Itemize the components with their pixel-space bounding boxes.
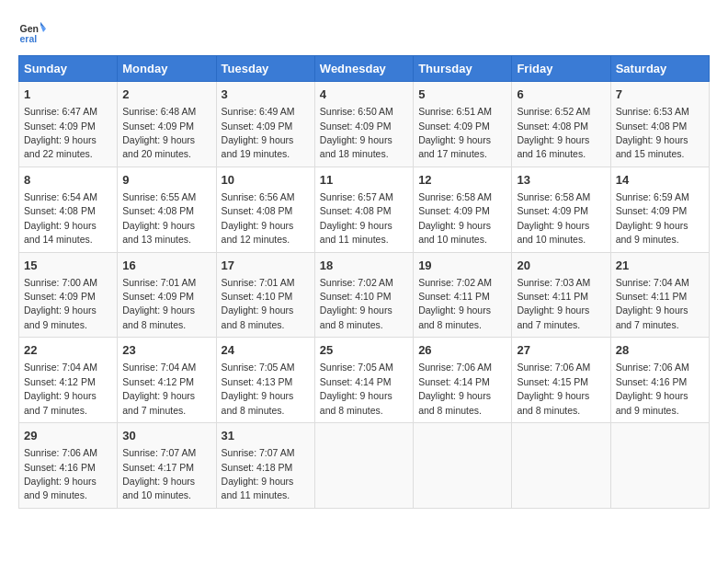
calendar-day: 10 Sunrise: 6:56 AMSunset: 4:08 PMDaylig… <box>216 167 314 252</box>
day-header-friday: Friday <box>512 56 610 82</box>
calendar-day <box>314 423 413 509</box>
day-info: Sunrise: 7:06 AMSunset: 4:15 PMDaylight:… <box>517 362 590 415</box>
day-number: 3 <box>222 86 310 103</box>
day-header-saturday: Saturday <box>610 56 709 82</box>
calendar-week-5: 29 Sunrise: 7:06 AMSunset: 4:16 PMDaylig… <box>19 423 710 509</box>
calendar-day <box>512 423 610 509</box>
day-header-wednesday: Wednesday <box>314 56 413 82</box>
day-number: 24 <box>222 342 310 359</box>
day-info: Sunrise: 6:56 AMSunset: 4:08 PMDaylight:… <box>222 191 295 245</box>
day-number: 18 <box>320 258 408 274</box>
day-info: Sunrise: 6:52 AMSunset: 4:08 PMDaylight:… <box>517 106 590 159</box>
day-number: 27 <box>517 342 605 359</box>
calendar-day: 16 Sunrise: 7:01 AMSunset: 4:09 PMDaylig… <box>118 252 216 338</box>
day-number: 7 <box>616 86 704 103</box>
calendar-day: 26 Sunrise: 7:06 AMSunset: 4:14 PMDaylig… <box>414 338 512 423</box>
calendar-day: 8 Sunrise: 6:54 AMSunset: 4:08 PMDayligh… <box>19 167 118 252</box>
calendar-week-1: 1 Sunrise: 6:47 AMSunset: 4:09 PMDayligh… <box>19 82 710 167</box>
day-number: 2 <box>122 86 210 103</box>
day-info: Sunrise: 7:07 AMSunset: 4:18 PMDaylight:… <box>222 447 295 500</box>
calendar-day: 17 Sunrise: 7:01 AMSunset: 4:10 PMDaylig… <box>216 252 314 338</box>
day-number: 21 <box>616 258 704 274</box>
calendar-day: 23 Sunrise: 7:04 AMSunset: 4:12 PMDaylig… <box>118 338 216 423</box>
day-number: 5 <box>418 86 506 103</box>
calendar-day: 9 Sunrise: 6:55 AMSunset: 4:08 PMDayligh… <box>118 167 216 252</box>
day-number: 20 <box>517 258 605 274</box>
day-info: Sunrise: 6:57 AMSunset: 4:08 PMDaylight:… <box>320 191 393 245</box>
calendar-day: 31 Sunrise: 7:07 AMSunset: 4:18 PMDaylig… <box>216 423 314 509</box>
day-info: Sunrise: 7:00 AMSunset: 4:09 PMDaylight:… <box>24 277 97 330</box>
day-number: 15 <box>24 258 112 274</box>
calendar-day: 19 Sunrise: 7:02 AMSunset: 4:11 PMDaylig… <box>414 252 512 338</box>
day-number: 14 <box>616 172 704 189</box>
day-number: 6 <box>517 86 605 103</box>
day-info: Sunrise: 7:05 AMSunset: 4:14 PMDaylight:… <box>320 362 393 415</box>
day-number: 23 <box>122 342 210 359</box>
day-info: Sunrise: 6:59 AMSunset: 4:09 PMDaylight:… <box>616 191 689 245</box>
calendar-week-4: 22 Sunrise: 7:04 AMSunset: 4:12 PMDaylig… <box>19 338 710 423</box>
calendar-week-2: 8 Sunrise: 6:54 AMSunset: 4:08 PMDayligh… <box>19 167 710 252</box>
calendar-table: SundayMondayTuesdayWednesdayThursdayFrid… <box>18 55 710 509</box>
calendar-day: 24 Sunrise: 7:05 AMSunset: 4:13 PMDaylig… <box>216 338 314 423</box>
day-info: Sunrise: 6:54 AMSunset: 4:08 PMDaylight:… <box>24 191 97 245</box>
calendar-day: 12 Sunrise: 6:58 AMSunset: 4:09 PMDaylig… <box>414 167 512 252</box>
day-info: Sunrise: 6:48 AMSunset: 4:09 PMDaylight:… <box>122 106 196 159</box>
day-info: Sunrise: 6:49 AMSunset: 4:09 PMDaylight:… <box>222 106 295 159</box>
calendar-day: 7 Sunrise: 6:53 AMSunset: 4:08 PMDayligh… <box>610 82 709 167</box>
page-header: Gen eral <box>18 18 710 46</box>
calendar-day: 15 Sunrise: 7:00 AMSunset: 4:09 PMDaylig… <box>19 252 118 338</box>
calendar-day: 20 Sunrise: 7:03 AMSunset: 4:11 PMDaylig… <box>512 252 610 338</box>
day-number: 9 <box>122 172 210 189</box>
day-info: Sunrise: 7:01 AMSunset: 4:09 PMDaylight:… <box>122 277 196 330</box>
calendar-day: 3 Sunrise: 6:49 AMSunset: 4:09 PMDayligh… <box>216 82 314 167</box>
day-number: 11 <box>320 172 408 189</box>
day-info: Sunrise: 7:04 AMSunset: 4:12 PMDaylight:… <box>24 362 97 415</box>
day-number: 4 <box>320 86 408 103</box>
calendar-day: 1 Sunrise: 6:47 AMSunset: 4:09 PMDayligh… <box>19 82 118 167</box>
calendar-week-3: 15 Sunrise: 7:00 AMSunset: 4:09 PMDaylig… <box>19 252 710 338</box>
day-number: 12 <box>418 172 506 189</box>
day-number: 22 <box>24 342 112 359</box>
calendar-day: 21 Sunrise: 7:04 AMSunset: 4:11 PMDaylig… <box>610 252 709 338</box>
calendar-day: 28 Sunrise: 7:06 AMSunset: 4:16 PMDaylig… <box>610 338 709 423</box>
calendar-day: 14 Sunrise: 6:59 AMSunset: 4:09 PMDaylig… <box>610 167 709 252</box>
day-info: Sunrise: 7:05 AMSunset: 4:13 PMDaylight:… <box>222 362 295 415</box>
svg-text:eral: eral <box>20 33 38 44</box>
calendar-day: 11 Sunrise: 6:57 AMSunset: 4:08 PMDaylig… <box>314 167 413 252</box>
day-header-monday: Monday <box>118 56 216 82</box>
calendar-day: 22 Sunrise: 7:04 AMSunset: 4:12 PMDaylig… <box>19 338 118 423</box>
day-header-thursday: Thursday <box>414 56 512 82</box>
day-info: Sunrise: 6:47 AMSunset: 4:09 PMDaylight:… <box>24 106 97 159</box>
day-info: Sunrise: 7:03 AMSunset: 4:11 PMDaylight:… <box>517 277 590 330</box>
logo: Gen eral <box>18 18 50 46</box>
day-number: 16 <box>122 258 210 274</box>
day-info: Sunrise: 6:50 AMSunset: 4:09 PMDaylight:… <box>320 106 393 159</box>
day-number: 10 <box>222 172 310 189</box>
calendar-day <box>414 423 512 509</box>
day-number: 19 <box>418 258 506 274</box>
day-info: Sunrise: 7:02 AMSunset: 4:11 PMDaylight:… <box>418 277 492 330</box>
day-info: Sunrise: 7:06 AMSunset: 4:14 PMDaylight:… <box>418 362 492 415</box>
day-number: 25 <box>320 342 408 359</box>
day-number: 29 <box>24 428 112 444</box>
day-number: 30 <box>122 428 210 444</box>
calendar-day: 18 Sunrise: 7:02 AMSunset: 4:10 PMDaylig… <box>314 252 413 338</box>
day-info: Sunrise: 6:58 AMSunset: 4:09 PMDaylight:… <box>418 191 492 245</box>
day-info: Sunrise: 7:07 AMSunset: 4:17 PMDaylight:… <box>122 447 196 500</box>
day-info: Sunrise: 7:06 AMSunset: 4:16 PMDaylight:… <box>24 447 97 500</box>
calendar-day: 13 Sunrise: 6:58 AMSunset: 4:09 PMDaylig… <box>512 167 610 252</box>
logo-icon: Gen eral <box>18 18 46 46</box>
day-header-tuesday: Tuesday <box>216 56 314 82</box>
calendar-day <box>610 423 709 509</box>
day-info: Sunrise: 7:04 AMSunset: 4:12 PMDaylight:… <box>122 362 196 415</box>
header-row: SundayMondayTuesdayWednesdayThursdayFrid… <box>19 56 710 82</box>
calendar-day: 4 Sunrise: 6:50 AMSunset: 4:09 PMDayligh… <box>314 82 413 167</box>
day-number: 1 <box>24 86 112 103</box>
day-number: 26 <box>418 342 506 359</box>
day-number: 28 <box>616 342 704 359</box>
calendar-day: 25 Sunrise: 7:05 AMSunset: 4:14 PMDaylig… <box>314 338 413 423</box>
day-number: 13 <box>517 172 605 189</box>
day-info: Sunrise: 6:51 AMSunset: 4:09 PMDaylight:… <box>418 106 492 159</box>
day-info: Sunrise: 6:55 AMSunset: 4:08 PMDaylight:… <box>122 191 196 245</box>
day-number: 8 <box>24 172 112 189</box>
